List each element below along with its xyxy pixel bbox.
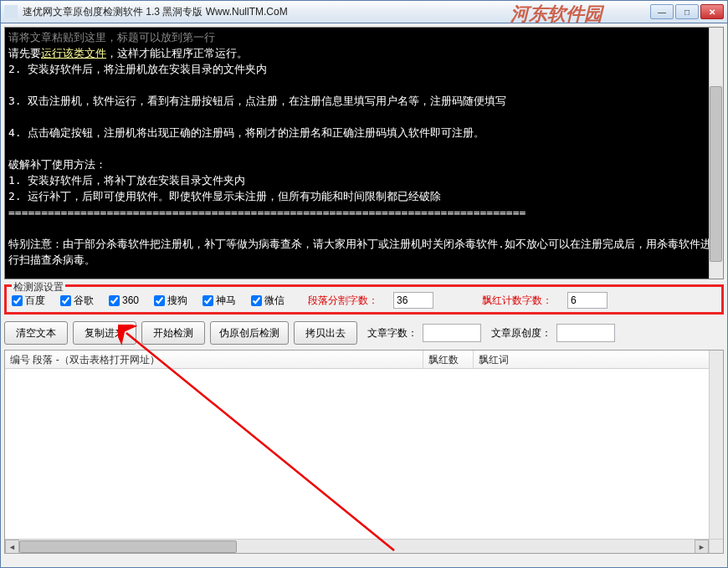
copy-out-button[interactable]: 拷贝出去 <box>294 321 357 345</box>
word-count-value[interactable] <box>423 324 481 342</box>
start-detect-button[interactable]: 开始检测 <box>141 321 205 345</box>
table-hscrollbar[interactable]: ◄ ► <box>5 539 709 553</box>
article-content: 请将文章粘贴到这里，标题可以放到第一行 请先要运行该类文件，这样才能让程序正常运… <box>5 28 723 269</box>
copy-in-button[interactable]: 复制进来 <box>73 321 136 345</box>
textarea-scrollbar[interactable] <box>709 28 723 279</box>
col-paragraph[interactable]: 编号 段落 -（双击表格打开网址） <box>5 351 423 368</box>
checkbox-shenma[interactable] <box>203 295 213 306</box>
checkbox-baidu[interactable] <box>12 295 23 306</box>
detection-source-fieldset: 检测源设置 百度 谷歌 360 搜狗 神马 微信 段落分割字数： 飘红计数字数： <box>4 284 724 315</box>
source-google[interactable]: 谷歌 <box>60 294 94 308</box>
run-file-link[interactable]: 运行该类文件 <box>41 47 106 59</box>
checkbox-360[interactable] <box>109 295 120 306</box>
source-weixin[interactable]: 微信 <box>251 294 285 308</box>
checkbox-google[interactable] <box>60 295 71 306</box>
scroll-right-btn[interactable]: ► <box>695 540 709 554</box>
para-split-input[interactable] <box>393 292 433 309</box>
scroll-corner <box>709 539 723 553</box>
clear-text-button[interactable]: 清空文本 <box>4 321 68 345</box>
scroll-left-btn[interactable]: ◄ <box>5 540 19 554</box>
originality-label: 文章原创度： <box>491 326 551 340</box>
scrollbar-thumb[interactable] <box>710 86 722 262</box>
pseudo-detect-button[interactable]: 伪原创后检测 <box>210 321 289 345</box>
source-checkbox-row: 百度 谷歌 360 搜狗 神马 微信 段落分割字数： 飘红计数字数： <box>12 292 716 309</box>
article-textarea[interactable]: 请将文章粘贴到这里，标题可以放到第一行 请先要运行该类文件，这样才能让程序正常运… <box>4 27 724 279</box>
app-icon <box>4 5 18 18</box>
para-split-label: 段落分割字数： <box>308 294 378 308</box>
fieldset-legend: 检测源设置 <box>12 280 65 294</box>
table-header: 编号 段落 -（双击表格打开网址） 飘红数 飘红词 <box>5 351 723 369</box>
article-body: 2. 安装好软件后，将注册机放在安装目录的文件夹内 3. 双击注册机，软件运行，… <box>8 63 711 266</box>
results-table: 编号 段落 -（双击表格打开网址） 飘红数 飘红词 ◄ ► <box>4 350 724 554</box>
minimize-button[interactable]: — <box>650 4 674 19</box>
client-area: 请将文章粘贴到这里，标题可以放到第一行 请先要运行该类文件，这样才能让程序正常运… <box>0 23 728 568</box>
col-red-words[interactable]: 飘红词 <box>474 351 723 368</box>
button-row: 清空文本 复制进来 开始检测 伪原创后检测 拷贝出去 文章字数： 文章原创度： <box>4 321 724 345</box>
red-count-input[interactable] <box>567 292 608 309</box>
col-red-count[interactable]: 飘红数 <box>423 351 474 368</box>
window-title: 速优网文章原创度检测软件 1.3 黑洞专版 Www.NullTM.CoM <box>23 5 650 19</box>
source-shenma[interactable]: 神马 <box>203 294 236 308</box>
originality-value[interactable] <box>556 324 615 342</box>
checkbox-sogou[interactable] <box>154 295 165 306</box>
table-body[interactable] <box>5 369 723 536</box>
red-count-label: 飘红计数字数： <box>482 294 552 308</box>
titlebar: 速优网文章原创度检测软件 1.3 黑洞专版 Www.NullTM.CoM — □… <box>0 0 728 23</box>
word-count-label: 文章字数： <box>367 326 418 340</box>
source-baidu[interactable]: 百度 <box>12 294 45 308</box>
table-vscrollbar[interactable] <box>709 351 723 539</box>
close-button[interactable]: ✕ <box>700 4 724 19</box>
placeholder-text: 请将文章粘贴到这里，标题可以放到第一行 <box>8 31 215 43</box>
checkbox-weixin[interactable] <box>251 295 262 306</box>
hscroll-thumb[interactable] <box>19 540 237 553</box>
source-sogou[interactable]: 搜狗 <box>154 294 187 308</box>
maximize-button[interactable]: □ <box>675 4 699 19</box>
source-360[interactable]: 360 <box>109 294 139 306</box>
